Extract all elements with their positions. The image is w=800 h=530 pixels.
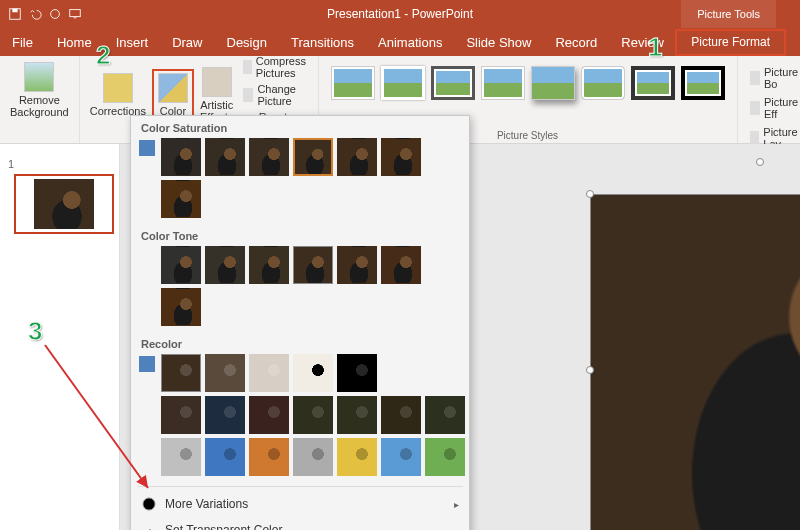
tone-swatch[interactable] [249, 246, 289, 284]
saturation-swatch[interactable] [161, 180, 201, 218]
tone-swatch[interactable] [161, 246, 201, 284]
recolor-swatch[interactable] [337, 396, 377, 434]
change-picture-button[interactable]: Change Picture [243, 81, 311, 109]
callout-1: 1 [648, 32, 662, 63]
recolor-swatch[interactable] [293, 438, 333, 476]
recolor-swatch[interactable] [205, 396, 245, 434]
dropdown-separator [137, 486, 463, 487]
picture-effects-button[interactable]: Picture Eff [750, 94, 800, 122]
color-icon [158, 73, 188, 103]
remove-background-button[interactable]: Remove Background [6, 60, 73, 120]
recolor-title: Recolor [131, 332, 469, 354]
titlebar: Presentation1 - PowerPoint Picture Tools [0, 0, 800, 28]
tone-swatch[interactable] [161, 288, 201, 326]
document-title: Presentation1 - PowerPoint [327, 7, 473, 21]
recolor-swatch[interactable] [381, 396, 421, 434]
recolor-swatch[interactable] [249, 396, 289, 434]
slide-number: 1 [8, 158, 14, 170]
style-thumb[interactable] [481, 66, 525, 100]
style-thumb[interactable] [431, 66, 475, 100]
saturation-swatch[interactable] [293, 138, 333, 176]
compress-pictures-button[interactable]: Compress Pictures [243, 53, 311, 81]
recolor-swatch[interactable] [337, 438, 377, 476]
recolor-swatch[interactable] [425, 396, 465, 434]
tone-swatch[interactable] [337, 246, 377, 284]
recolor-swatch[interactable] [161, 396, 201, 434]
resize-handle[interactable] [586, 366, 594, 374]
styles-gallery[interactable] [325, 60, 731, 106]
recolor-swatch[interactable] [293, 354, 333, 392]
svg-rect-1 [12, 9, 17, 13]
change-picture-icon [243, 88, 253, 102]
corrections-button[interactable]: Corrections [86, 71, 150, 119]
style-thumb[interactable] [381, 66, 425, 100]
tab-record[interactable]: Record [543, 30, 609, 56]
corrections-icon [103, 73, 133, 103]
remove-bg-label: Remove Background [10, 94, 69, 118]
tab-insert[interactable]: Insert [104, 30, 161, 56]
change-label: Change Picture [257, 83, 311, 107]
saturation-swatch[interactable] [161, 138, 201, 176]
saturation-title: Color Saturation [131, 116, 469, 138]
tone-swatch[interactable] [381, 246, 421, 284]
tab-draw[interactable]: Draw [160, 30, 214, 56]
saturation-swatch[interactable] [205, 138, 245, 176]
context-tool-label: Picture Tools [681, 0, 776, 28]
style-thumb[interactable] [531, 66, 575, 100]
redo-icon[interactable] [48, 7, 62, 21]
tab-slideshow[interactable]: Slide Show [454, 30, 543, 56]
callout-3: 3 [28, 316, 42, 347]
recolor-swatch[interactable] [425, 438, 465, 476]
recolor-swatch[interactable] [337, 354, 377, 392]
slideshow-icon[interactable] [68, 7, 82, 21]
slide-thumb-image [34, 179, 94, 229]
style-thumb[interactable] [331, 66, 375, 100]
recolor-swatch[interactable] [249, 354, 289, 392]
layout-icon [750, 131, 760, 145]
slides-panel: 1 [0, 144, 120, 530]
recolor-swatch[interactable] [205, 354, 245, 392]
effects-label: Picture Eff [764, 96, 800, 120]
tab-home[interactable]: Home [45, 30, 104, 56]
style-thumb[interactable] [631, 66, 675, 100]
set-transparent-color-item[interactable]: Set Transparent Color [131, 517, 469, 530]
color-button[interactable]: Color [152, 69, 194, 121]
recolor-swatch[interactable] [293, 396, 333, 434]
tab-picture-format[interactable]: Picture Format [675, 29, 786, 56]
color-wheel-icon [141, 496, 157, 512]
tab-review[interactable]: Review [609, 30, 676, 56]
saturation-swatch[interactable] [249, 138, 289, 176]
selected-picture[interactable] [590, 194, 800, 530]
style-thumb[interactable] [681, 66, 725, 100]
tab-file[interactable]: File [0, 30, 45, 56]
svg-rect-4 [139, 140, 155, 156]
slide-thumbnail[interactable] [14, 174, 114, 234]
tone-title: Color Tone [131, 224, 469, 246]
rotate-handle[interactable] [756, 158, 764, 166]
recolor-swatch[interactable] [249, 438, 289, 476]
svg-rect-3 [70, 10, 81, 17]
remove-bg-icon [24, 62, 54, 92]
recolor-swatch[interactable] [161, 438, 201, 476]
svg-rect-5 [139, 356, 155, 372]
more-variations-item[interactable]: More Variations ▸ [131, 491, 469, 517]
border-label: Picture Bo [764, 66, 800, 90]
recolor-swatch[interactable] [205, 438, 245, 476]
group-picture-format-extra: Picture Bo Picture Eff Picture Lay [738, 56, 800, 143]
tone-swatch[interactable] [205, 246, 245, 284]
save-icon[interactable] [8, 7, 22, 21]
recolor-swatch[interactable] [161, 354, 201, 392]
style-thumb[interactable] [581, 66, 625, 100]
saturation-swatch[interactable] [337, 138, 377, 176]
undo-icon[interactable] [28, 7, 42, 21]
set-transparent-label: Set Transparent Color [165, 523, 282, 530]
resize-handle[interactable] [586, 190, 594, 198]
tab-animations[interactable]: Animations [366, 30, 454, 56]
border-icon [750, 71, 760, 85]
saturation-swatch[interactable] [381, 138, 421, 176]
recolor-icon [139, 356, 155, 372]
tone-swatch[interactable] [293, 246, 333, 284]
saturation-grid [131, 138, 469, 224]
recolor-swatch[interactable] [381, 438, 421, 476]
picture-border-button[interactable]: Picture Bo [750, 64, 800, 92]
